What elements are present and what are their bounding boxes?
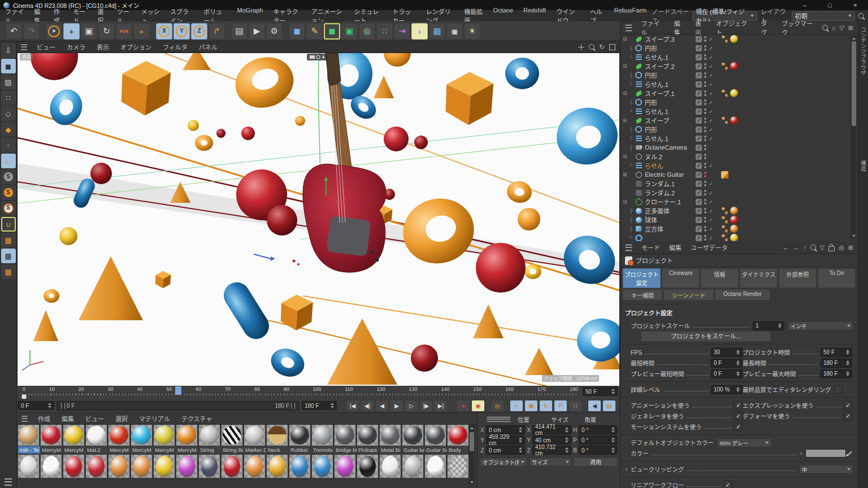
attribute-tab[interactable]: キー補間 <box>623 289 662 300</box>
enable-check[interactable]: ✓ <box>709 190 715 196</box>
enable-check[interactable]: ✓ <box>709 217 715 223</box>
enable-check[interactable]: ✓ <box>709 226 715 232</box>
timeline-mode-button[interactable]: ▤ <box>602 400 616 412</box>
enable-check[interactable]: ✓ <box>709 127 715 133</box>
preview-max-field[interactable]: 180 F <box>821 369 852 378</box>
phong-tag[interactable] <box>721 225 728 233</box>
object-row[interactable]: ⊟ ヌル.2 <box>620 152 858 161</box>
editor-render-checkbox[interactable] <box>834 385 843 394</box>
edit-toggle[interactable] <box>696 136 702 142</box>
material-item[interactable] <box>402 455 424 478</box>
object-row[interactable]: ⊟ クローナー.1 ✓ <box>620 197 858 206</box>
range-max-field[interactable]: 180 F <box>302 401 337 410</box>
phong-tag[interactable] <box>721 63 728 70</box>
visibility-dots[interactable] <box>704 235 706 241</box>
visibility-dots[interactable] <box>704 81 706 87</box>
back-icon[interactable]: ← <box>783 244 789 251</box>
visibility-dots[interactable] <box>704 72 706 78</box>
enable-check[interactable]: ✓ <box>709 63 715 69</box>
enable-check[interactable]: ✓ <box>709 163 715 169</box>
material-item[interactable] <box>131 455 153 478</box>
material-tag[interactable] <box>730 207 738 215</box>
size-field[interactable]: 414.471 cm <box>532 425 571 434</box>
timeline-ruler[interactable]: 0102030405060708090100110120130140150160… <box>17 386 619 399</box>
size-field[interactable]: 410.732 cm <box>532 446 571 455</box>
object-row[interactable]: ⊟ スイープ.1 ✓ <box>620 89 858 98</box>
material-item[interactable] <box>108 455 131 478</box>
material-item[interactable] <box>18 455 40 478</box>
material-menu-icon[interactable] <box>21 416 27 421</box>
material-menu-item[interactable]: 選択 <box>110 414 133 423</box>
toggle-view-icon[interactable] <box>609 44 615 50</box>
material-item[interactable] <box>199 455 221 478</box>
use-generators-checkbox[interactable]: ✓ <box>734 412 743 420</box>
material-item[interactable]: MercyM <box>176 425 198 454</box>
bend-deformer-button[interactable]: ◗ <box>411 23 428 40</box>
material-item[interactable]: String Bu <box>222 425 244 454</box>
solo-button[interactable]: ◀ <box>588 400 601 412</box>
visibility-dots[interactable] <box>704 136 706 141</box>
viewport-menu-item[interactable]: ビュー <box>31 42 61 51</box>
attribute-tab[interactable]: ダイナミクス <box>740 268 778 288</box>
lock-workplane-button[interactable]: ▦ <box>1 249 16 263</box>
search-icon[interactable] <box>858 13 863 19</box>
render-picture-viewer-button[interactable]: ▶ <box>249 23 265 40</box>
record-separator[interactable] <box>486 400 489 412</box>
object-row[interactable]: ├ OctaneCamera <box>620 143 858 152</box>
enable-check[interactable]: ✓ <box>709 117 715 124</box>
object-row[interactable]: ランダム.1 ✓ <box>620 179 858 188</box>
subdivision-surface-button[interactable]: ◼ <box>324 23 340 40</box>
visibility-dots[interactable] <box>704 117 706 123</box>
enable-check[interactable]: ✓ <box>709 54 715 60</box>
material-menu-item[interactable]: 作成 <box>32 414 56 423</box>
material-item[interactable] <box>312 455 334 478</box>
magnet-button[interactable]: ∪ <box>1 217 16 232</box>
y-axis-lock[interactable]: Y <box>173 23 190 40</box>
material-item[interactable]: MercyM <box>41 425 63 454</box>
max-time-field[interactable]: 180 F <box>821 359 852 368</box>
position-field[interactable]: 0 cm <box>486 446 525 455</box>
key-pla-button[interactable]: ∷ <box>568 400 582 412</box>
render-settings-button[interactable]: ⚙ <box>266 23 283 40</box>
keyframe-selection-button[interactable]: ◎ <box>491 400 504 412</box>
attribute-menu-icon[interactable] <box>626 244 632 251</box>
object-row[interactable]: └ らせん ✓ <box>620 161 858 170</box>
material-item[interactable] <box>289 455 311 478</box>
model-mode-button[interactable]: ◼ <box>1 59 16 73</box>
preview-min-field[interactable]: 0 F <box>711 369 743 378</box>
material-menu-item[interactable]: マテリアル <box>133 414 176 423</box>
scale-project-button[interactable]: プロジェクトをスケール... <box>641 331 771 342</box>
pan-view-icon[interactable] <box>578 44 584 50</box>
edit-toggle[interactable] <box>696 127 702 133</box>
edit-toggle[interactable] <box>696 208 702 214</box>
goto-start-button[interactable]: |◀ <box>346 400 359 412</box>
edit-toggle[interactable] <box>696 199 702 205</box>
material-tag[interactable] <box>730 216 738 224</box>
material-item[interactable] <box>154 455 176 478</box>
material-menu-item[interactable]: テクスチャ <box>176 414 218 423</box>
enable-check[interactable]: ✓ <box>709 108 715 115</box>
material-item[interactable] <box>448 455 470 478</box>
enable-check[interactable]: ✓ <box>709 81 715 88</box>
visibility-dots[interactable] <box>704 172 706 177</box>
visibility-dots[interactable] <box>704 199 706 204</box>
key-parameter-button[interactable]: P <box>554 400 567 412</box>
playhead[interactable] <box>175 386 181 395</box>
workplane-button[interactable]: ▦ <box>1 233 16 247</box>
enable-snap-button[interactable]: S <box>1 169 16 184</box>
polygon-mode-button[interactable]: ◆ <box>1 122 16 137</box>
default-object-color-select[interactable]: 60% グレー <box>717 438 771 447</box>
edit-toggle[interactable] <box>696 217 702 223</box>
panel-tab[interactable]: 構造 <box>858 155 867 177</box>
material-item[interactable] <box>244 455 266 478</box>
object-row[interactable]: ├ 円形 ✓ <box>620 71 858 80</box>
edit-toggle[interactable] <box>696 63 702 69</box>
attribute-menu-item[interactable]: モード <box>637 243 665 252</box>
fps-field[interactable]: 30 <box>711 348 743 357</box>
range-handle-right[interactable] <box>291 403 295 409</box>
rotate-tool[interactable]: ↻ <box>98 23 115 40</box>
visibility-dots[interactable] <box>704 63 706 69</box>
material-item[interactable] <box>222 455 244 478</box>
object-row[interactable]: └ ✓ <box>620 233 858 241</box>
project-scale-field[interactable]: 1 <box>753 321 784 330</box>
